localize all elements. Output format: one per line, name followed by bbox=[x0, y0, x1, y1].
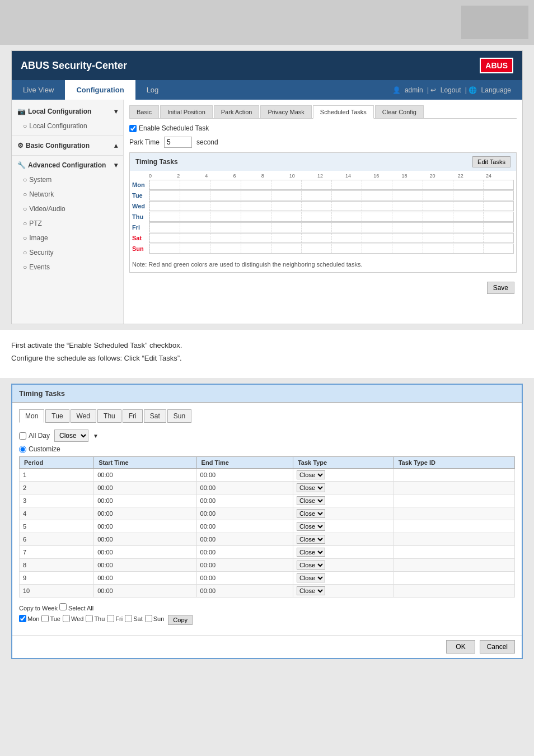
schedule-grid: 0 2 4 6 8 10 12 14 16 18 20 22 24 bbox=[130, 171, 516, 256]
day-tab-wed[interactable]: Wed bbox=[71, 409, 96, 423]
sidebar-item-ptz[interactable]: ○ PTZ bbox=[12, 216, 123, 231]
grid-sun bbox=[149, 244, 514, 254]
edit-tasks-button[interactable]: Edit Tasks bbox=[472, 156, 510, 167]
sidebar-item-local-config-sub[interactable]: ○ Local Configuration bbox=[12, 119, 123, 133]
day-tab-fri[interactable]: Fri bbox=[123, 409, 143, 423]
copy-to-week-checkbox[interactable] bbox=[59, 603, 67, 610]
nav-live-view[interactable]: Live View bbox=[12, 80, 65, 100]
sidebar-item-image[interactable]: ○ Image bbox=[12, 231, 123, 245]
cancel-button[interactable]: Cancel bbox=[480, 640, 515, 654]
nav-language-link[interactable]: Language bbox=[481, 86, 511, 94]
cell-start-7: 00:00 bbox=[94, 546, 196, 559]
hour-18: 18 bbox=[401, 173, 429, 179]
customize-radio-label: Customize bbox=[19, 445, 60, 453]
weekday-cb-tue[interactable] bbox=[41, 615, 49, 622]
sidebar-item-local-config[interactable]: 📷 Local Configuration ▾ bbox=[12, 104, 123, 119]
tasktype-select-4[interactable]: Close bbox=[297, 509, 325, 518]
nav-icon-language: 🌐 bbox=[469, 86, 477, 94]
tab-scheduled-tasks[interactable]: Scheduled Tasks bbox=[313, 105, 374, 119]
weekday-cb-sat[interactable] bbox=[125, 615, 132, 622]
enable-checkbox[interactable] bbox=[129, 125, 137, 132]
cell-end-2: 00:00 bbox=[196, 482, 293, 494]
sidebar-item-video-audio[interactable]: ○ Video/Audio bbox=[12, 202, 123, 216]
sidebar-system-label: System bbox=[29, 176, 51, 184]
copy-to-week-label: Copy to Week bbox=[19, 605, 58, 612]
weekday-label-wed: Wed bbox=[63, 615, 83, 622]
grid-mon bbox=[149, 180, 514, 190]
dialog-content: Mon Tue Wed Thu Fri Sat Sun All Day Clos… bbox=[12, 403, 522, 635]
hour-labels: 0 2 4 6 8 10 12 14 16 18 20 22 24 bbox=[149, 173, 514, 180]
cell-start-8: 00:00 bbox=[94, 559, 196, 572]
sidebar-item-network[interactable]: ○ Network bbox=[12, 187, 123, 202]
copy-button[interactable]: Copy bbox=[168, 615, 193, 625]
sidebar-item-basic-config[interactable]: ⚙ Basic Configuration ▴ bbox=[12, 138, 123, 153]
weekday-text-wed: Wed bbox=[71, 615, 83, 622]
allday-checkbox[interactable] bbox=[19, 432, 26, 440]
cell-tasktypeid-3 bbox=[394, 494, 514, 507]
hour-22: 22 bbox=[458, 173, 486, 179]
weekday-text-sat: Sat bbox=[133, 615, 143, 622]
top-logo-box bbox=[461, 6, 528, 39]
network-icon: ○ bbox=[23, 190, 27, 198]
sidebar-divider-1 bbox=[12, 136, 123, 136]
tasktype-select-10[interactable]: Close bbox=[297, 586, 325, 595]
tasktype-select-1[interactable]: Close bbox=[297, 470, 325, 479]
weekday-cb-wed[interactable] bbox=[63, 615, 70, 622]
day-tab-mon[interactable]: Mon bbox=[19, 409, 44, 423]
tasktype-select-2[interactable]: Close bbox=[297, 483, 325, 492]
nav-logout-link[interactable]: Logout bbox=[441, 86, 461, 94]
dialog-buttons: OK Cancel bbox=[12, 635, 522, 658]
day-tab-thu[interactable]: Thu bbox=[97, 409, 121, 423]
park-time-input[interactable] bbox=[164, 137, 192, 148]
weekday-cb-mon[interactable] bbox=[19, 615, 26, 622]
sidebar-item-advanced-config[interactable]: 🔧 Advanced Configuration ▾ bbox=[12, 158, 123, 172]
tasktype-select-8[interactable]: Close bbox=[297, 561, 325, 570]
tab-initial-position[interactable]: Initial Position bbox=[160, 105, 213, 118]
allday-select[interactable]: Close bbox=[54, 430, 88, 442]
tasktype-select-3[interactable]: Close bbox=[297, 496, 325, 505]
tasktype-select-5[interactable]: Close bbox=[297, 522, 325, 531]
weekday-cb-fri[interactable] bbox=[107, 615, 114, 622]
day-tab-sat[interactable]: Sat bbox=[144, 409, 166, 423]
basic-config-icon: ⚙ bbox=[17, 142, 24, 150]
grid-fri bbox=[149, 222, 514, 232]
day-label-sat: Sat bbox=[132, 235, 149, 241]
tab-park-action[interactable]: Park Action bbox=[214, 105, 260, 118]
cell-period-3: 3 bbox=[20, 494, 94, 507]
sidebar-item-events[interactable]: ○ Events bbox=[12, 260, 123, 274]
cell-period-4: 4 bbox=[20, 507, 94, 520]
nav-configuration[interactable]: Configuration bbox=[65, 80, 135, 100]
tasktype-select-9[interactable]: Close bbox=[297, 573, 325, 582]
system-icon: ○ bbox=[23, 176, 27, 184]
weekday-label-sat: Sat bbox=[125, 615, 143, 622]
day-tab-tue[interactable]: Tue bbox=[45, 409, 69, 423]
tab-privacy-mask[interactable]: Privacy Mask bbox=[260, 105, 311, 118]
sidebar-item-system[interactable]: ○ System bbox=[12, 172, 123, 187]
grid-sat bbox=[149, 233, 514, 243]
sidebar-basic-config-label: Basic Configuration bbox=[26, 142, 90, 150]
ok-button[interactable]: OK bbox=[446, 640, 475, 654]
chevron-down-icon-2: ▾ bbox=[114, 161, 118, 169]
tasktype-select-7[interactable]: Close bbox=[297, 548, 325, 557]
weekday-cb-thu[interactable] bbox=[86, 615, 93, 622]
weekday-cb-sun[interactable] bbox=[145, 615, 152, 622]
nav-admin-link[interactable]: admin bbox=[405, 86, 423, 94]
weekday-label-fri: Fri bbox=[107, 615, 123, 622]
cell-start-6: 00:00 bbox=[94, 533, 196, 546]
grid-tue bbox=[149, 190, 514, 200]
nav-log[interactable]: Log bbox=[135, 80, 170, 100]
tab-basic[interactable]: Basic bbox=[129, 105, 159, 118]
save-button[interactable]: Save bbox=[487, 282, 514, 294]
tasktype-select-6[interactable]: Close bbox=[297, 535, 325, 544]
hour-6: 6 bbox=[233, 173, 261, 179]
select-all-label: Select All bbox=[68, 605, 93, 612]
th-start: Start Time bbox=[94, 457, 196, 469]
sidebar-item-security[interactable]: ○ Security bbox=[12, 245, 123, 260]
table-header-row: Period Start Time End Time Task Type Tas… bbox=[20, 457, 515, 469]
day-tab-sun[interactable]: Sun bbox=[167, 409, 191, 423]
app-header: ABUS Security-Center ABUS bbox=[12, 51, 522, 80]
chevron-up-icon: ▴ bbox=[114, 142, 118, 150]
cell-end-1: 00:00 bbox=[196, 469, 293, 482]
customize-radio[interactable] bbox=[19, 446, 26, 453]
tab-clear-config[interactable]: Clear Config bbox=[375, 105, 424, 118]
